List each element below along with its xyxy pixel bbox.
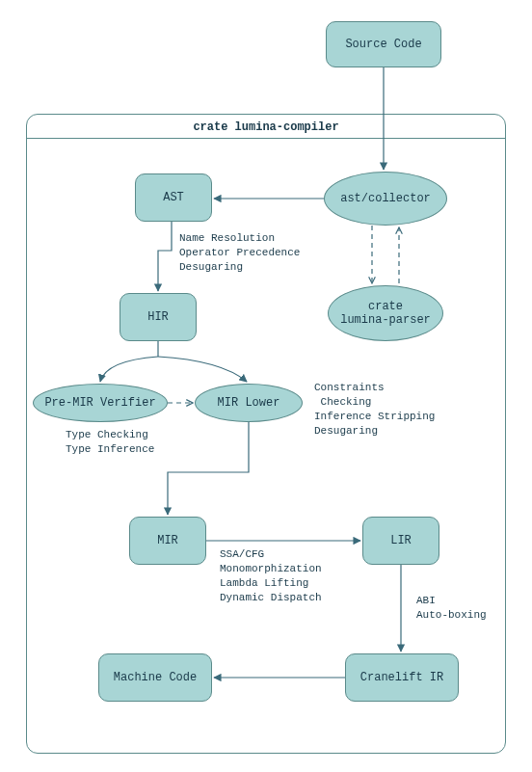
node-parser: crate lumina-parser — [328, 285, 443, 341]
label-mir-to-lir: SSA/CFG Monomorphization Lambda Lifting … — [220, 547, 322, 604]
node-mirlower: MIR Lower — [195, 384, 303, 422]
node-label: HIR — [147, 310, 169, 324]
node-label: Pre-MIR Verifier — [44, 396, 155, 410]
node-collector: ast/collector — [324, 172, 447, 226]
label-lir-to-cranelift: ABI Auto-boxing — [416, 594, 487, 623]
node-label: AST — [163, 191, 184, 204]
node-mir: MIR — [129, 517, 206, 565]
node-lir: LIR — [362, 517, 439, 565]
node-label: Source Code — [345, 38, 421, 51]
node-premir: Pre-MIR Verifier — [33, 384, 168, 422]
crate-title: crate lumina-compiler — [27, 120, 505, 134]
node-label: crate lumina-parser — [340, 300, 431, 327]
node-hir: HIR — [120, 293, 197, 341]
node-label: Machine Code — [114, 671, 197, 684]
node-label: MIR — [157, 534, 178, 547]
label-mirlower-side: Constraints Checking Inference Stripping… — [314, 381, 435, 438]
node-label: Cranelift IR — [360, 671, 443, 684]
node-source-code: Source Code — [326, 21, 441, 67]
node-label: MIR Lower — [218, 396, 280, 410]
node-cranelift: Cranelift IR — [345, 653, 459, 702]
label-ast-to-hir: Name Resolution Operator Precedence Desu… — [179, 231, 300, 275]
node-label: ast/collector — [340, 192, 431, 205]
crate-divider — [27, 138, 505, 139]
label-premir-below: Type Checking Type Inference — [66, 428, 154, 457]
node-label: LIR — [390, 534, 412, 547]
node-ast: AST — [135, 173, 212, 222]
node-machine: Machine Code — [98, 653, 212, 702]
